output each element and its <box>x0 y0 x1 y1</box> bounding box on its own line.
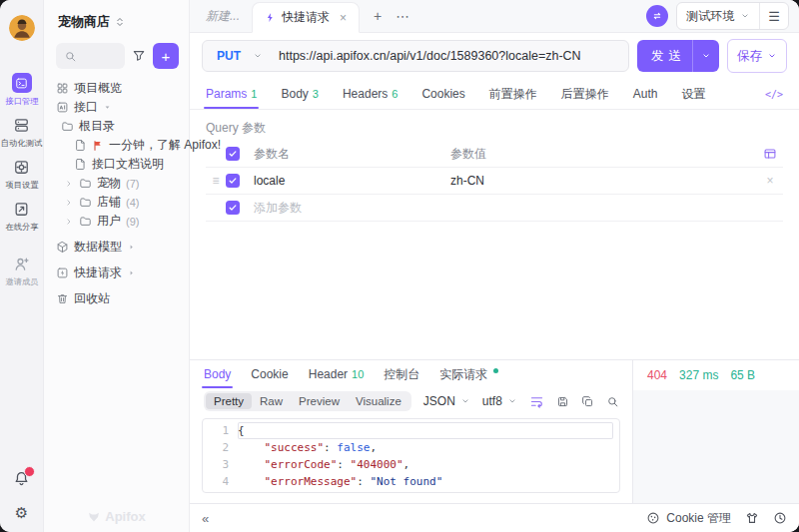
tree-item[interactable]: 用户(9) <box>44 212 189 231</box>
remove-param-icon[interactable]: × <box>757 174 783 188</box>
folder-icon <box>79 196 92 209</box>
response-tab-Header[interactable]: Header10 <box>309 360 365 388</box>
format-select[interactable]: JSON <box>423 394 470 408</box>
method-select[interactable]: PUT <box>203 49 273 63</box>
tree-item[interactable]: 店铺(4) <box>44 193 189 212</box>
response-status-row: 404 327 ms 65 B <box>633 360 799 390</box>
cookie-manager-button[interactable]: Cookie 管理 <box>646 510 731 527</box>
tab-overflow-button[interactable]: ⋯ <box>396 8 409 24</box>
view-mode-visualize[interactable]: Visualize <box>348 393 409 409</box>
caret-down-icon <box>103 103 112 112</box>
response-tab-实际请求[interactable]: 实际请求 <box>439 360 498 388</box>
filter-icon[interactable] <box>132 49 146 63</box>
response-tab-控制台[interactable]: 控制台 <box>384 360 419 388</box>
environment-select[interactable]: 测试环境 <box>677 3 759 29</box>
chevron-right-icon[interactable] <box>64 217 74 227</box>
add-button[interactable]: + <box>153 43 179 69</box>
column-param-value: 参数值 <box>450 146 757 163</box>
tree-item-label: 项目概览 <box>74 80 122 97</box>
request-tab-label: 前置操作 <box>489 86 537 103</box>
tree-item-label: 用户 <box>97 213 121 230</box>
add-param-placeholder[interactable]: 添加参数 <box>254 200 450 217</box>
tree-item[interactable]: 项目概览 <box>44 79 189 98</box>
request-tab-设置[interactable]: 设置 <box>681 79 705 109</box>
batch-edit-button[interactable] <box>757 147 783 161</box>
search-input-field[interactable] <box>82 48 125 64</box>
request-tab-Auth[interactable]: Auth <box>633 79 658 109</box>
url-input[interactable] <box>273 48 628 64</box>
view-mode-raw[interactable]: Raw <box>252 393 291 409</box>
save-button[interactable]: 保存 <box>727 39 787 73</box>
rail-item-proj-settings[interactable]: 项目设置 <box>0 157 44 190</box>
grid-icon <box>56 82 69 95</box>
select-all-checkbox[interactable] <box>226 147 240 161</box>
request-tab-Body[interactable]: Body3 <box>281 79 318 109</box>
rail-item-share-doc[interactable]: 在线分享 <box>0 199 44 232</box>
status-code: 404 <box>647 368 667 382</box>
code-view-icon[interactable]: </> <box>765 89 783 100</box>
tree-item-label: 回收站 <box>74 290 110 307</box>
tree-item[interactable]: 回收站 <box>44 289 189 308</box>
request-tab-Cookies[interactable]: Cookies <box>421 79 464 109</box>
tree-item-label: 一分钟，了解 Apifox! <box>109 137 221 154</box>
add-row-checkbox[interactable] <box>226 201 240 215</box>
folder-icon <box>61 120 74 133</box>
copy-icon[interactable] <box>581 395 594 408</box>
line-number: 1 <box>203 422 238 439</box>
project-switcher[interactable]: 宠物商店 <box>44 0 189 31</box>
drag-handle[interactable]: ≡ <box>206 174 226 188</box>
response-tab-Cookie[interactable]: Cookie <box>251 360 288 388</box>
send-options-caret[interactable] <box>692 40 719 72</box>
collapse-panel-icon[interactable]: « <box>202 511 209 526</box>
close-tab-icon[interactable]: × <box>340 11 347 25</box>
tab-new[interactable]: 新建... <box>194 8 252 25</box>
response-tab-Body[interactable]: Body <box>204 360 231 388</box>
tree-item[interactable]: 宠物(7) <box>44 174 189 193</box>
request-tab-Headers[interactable]: Headers6 <box>343 79 398 109</box>
batch-edit-icon <box>763 147 777 161</box>
bottom-bar: « Cookie 管理 <box>190 503 799 532</box>
param-name-field[interactable]: locale <box>254 174 450 188</box>
search-input[interactable] <box>56 43 125 69</box>
view-mode-preview[interactable]: Preview <box>291 393 348 409</box>
word-wrap-icon[interactable] <box>529 394 544 409</box>
user-avatar[interactable] <box>9 15 35 41</box>
tree-item[interactable]: 一分钟，了解 Apifox! <box>44 136 189 155</box>
request-tab-前置操作[interactable]: 前置操作 <box>489 79 537 109</box>
view-mode-pretty[interactable]: Pretty <box>206 393 252 409</box>
code-line: 4 "errorMessage": "Not found" <box>203 473 619 490</box>
layers-icon <box>13 117 30 134</box>
environment-button[interactable] <box>646 5 668 27</box>
new-tab-button[interactable]: + <box>374 8 382 24</box>
rail-item-layers[interactable]: 自动化测试 <box>0 115 44 148</box>
tree-item[interactable]: 数据模型 <box>44 238 189 257</box>
history-icon[interactable] <box>773 511 787 525</box>
response-body-editor[interactable]: 1{2 "success": false,3 "errorCode": "404… <box>202 418 620 493</box>
encoding-select[interactable]: utf8 <box>482 394 517 408</box>
save-response-icon[interactable] <box>556 395 569 408</box>
rail-item-person-plus[interactable]: 邀请成员 <box>0 254 44 286</box>
tree-item-label: 接口 <box>74 99 98 116</box>
response-tab-label: Body <box>204 367 231 381</box>
request-tab-后置操作[interactable]: 后置操作 <box>561 79 609 109</box>
rail-item-api-manage[interactable]: 接口管理 <box>0 73 44 106</box>
request-tab-Params[interactable]: Params1 <box>206 79 257 109</box>
tab-quick-request[interactable]: 快捷请求 × <box>252 2 360 33</box>
tree-item[interactable]: 接口 <box>44 98 189 117</box>
save-label: 保存 <box>737 48 762 65</box>
proxy-icon[interactable] <box>745 511 759 525</box>
notifications-button[interactable] <box>13 470 30 490</box>
chevron-down-icon <box>740 11 750 21</box>
send-button[interactable]: 发送 <box>637 40 719 72</box>
tree-item[interactable]: 快捷请求 <box>44 264 189 282</box>
search-response-icon[interactable] <box>606 395 619 408</box>
param-value-field[interactable]: zh-CN <box>450 174 757 188</box>
param-checkbox[interactable] <box>226 174 240 188</box>
query-table: 参数名 参数值 ≡ locale zh-CN × 添加参数 <box>206 141 783 222</box>
chevron-right-icon[interactable] <box>64 179 74 189</box>
menu-button[interactable]: ☰ <box>760 3 788 29</box>
tree-item[interactable]: 根目录 <box>44 117 189 136</box>
chevron-right-icon[interactable] <box>64 198 74 208</box>
settings-gear-icon[interactable]: ⚙ <box>15 505 28 520</box>
tree-item[interactable]: 接口文档说明 <box>44 155 189 174</box>
